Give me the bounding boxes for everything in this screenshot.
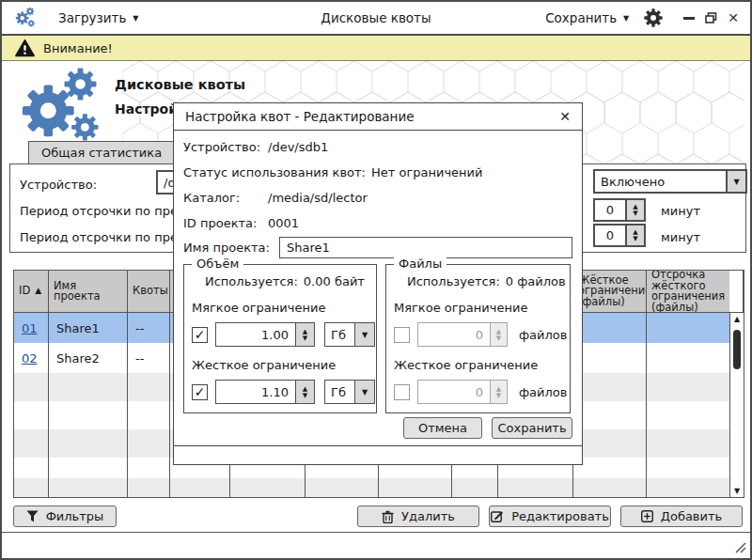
project-name-input[interactable]: Share1 [279, 237, 572, 258]
files-soft-checkbox[interactable] [394, 327, 410, 343]
scroll-down-icon[interactable]: ▼ [730, 487, 744, 495]
volume-soft-unit-select[interactable]: Гб ▼ [324, 322, 375, 347]
device-label: Устройство: [183, 140, 268, 156]
chevron-down-icon: ▼ [133, 14, 138, 23]
volume-soft-spinner[interactable]: 1.00 ▲ ▼ [215, 322, 315, 347]
dialog-titlebar: Настройка квот - Редактирование ✕ [174, 103, 582, 131]
filter-funnel-icon [26, 510, 39, 522]
trash-icon [382, 510, 394, 523]
scroll-up-icon[interactable]: ▲ [730, 315, 744, 323]
spin-buttons[interactable]: ▲ ▼ [627, 198, 646, 222]
warning-text: Внимание! [43, 41, 113, 55]
volume-used: Используется:0.00 байт [205, 274, 368, 289]
spin-down-icon[interactable]: ▼ [303, 393, 307, 398]
column-header-quotas[interactable]: Квоты [128, 271, 170, 312]
device-value: /dev/sdb1 [268, 140, 328, 156]
spin-up-icon: ▲ [496, 386, 501, 392]
top-menubar: Дисковые квоты Загрузить ▼ Сохранить ▼ [2, 2, 750, 36]
table-row-cell: 02 [14, 343, 48, 373]
minimize-button[interactable] [683, 17, 695, 20]
spin-down-icon[interactable]: ▼ [303, 335, 307, 341]
quota-status-value: Нет ограничений [371, 165, 483, 181]
column-header-hard-files[interactable]: Жёсткое ограничение (файлы) [573, 271, 647, 312]
files-hard-label: Жесткое ограничение [394, 358, 562, 373]
volume-group: Объём Используется:0.00 байт Мягкое огра… [183, 264, 377, 413]
vertical-scrollbar[interactable]: ▲ ▼ [729, 313, 744, 497]
project-id-link[interactable]: 02 [22, 351, 38, 366]
restore-button[interactable] [705, 12, 717, 23]
cancel-button[interactable]: Отмена [403, 417, 482, 439]
catalog-value: /media/sd/lector [268, 191, 368, 207]
warning-banner: Внимание! [2, 36, 750, 61]
settings-gear-icon[interactable] [644, 8, 663, 27]
tab-general-statistics[interactable]: Общая статистика [28, 141, 175, 164]
volume-soft-checkbox[interactable]: ✓ [192, 327, 208, 343]
dialog-project-id-row: ID проекта: 0001 [183, 216, 572, 232]
spin-down-icon: ▼ [496, 393, 501, 398]
spin-buttons[interactable]: ▲ ▼ [296, 322, 315, 347]
dialog-footer [174, 445, 582, 464]
project-name-label: Имя проекта: [183, 241, 270, 255]
close-button[interactable]: ✕ [728, 11, 739, 24]
load-menu-label: Загрузить [58, 10, 126, 25]
chevron-down-icon[interactable]: ▼ [726, 171, 745, 192]
files-soft-spinner: 0 ▲ ▼ [417, 322, 508, 347]
column-header-hard-delay-files[interactable]: Отсрочка жёсткого ограничения (файлы) [647, 271, 729, 312]
files-hard-unit: файлов [519, 385, 567, 399]
volume-group-legend: Объём [192, 257, 243, 271]
soft-delay-spinner[interactable]: 0 ▲ ▼ [593, 198, 646, 222]
files-group-legend: Файлы [394, 257, 446, 271]
files-used: Используется:0 файлов [407, 274, 562, 289]
project-quotas-cell[interactable]: -- [128, 343, 169, 373]
plus-icon [641, 510, 653, 522]
volume-hard-checkbox[interactable]: ✓ [192, 384, 208, 400]
spin-up-icon[interactable]: ▲ [303, 329, 307, 334]
warning-triangle-icon [15, 39, 35, 57]
save-menu[interactable]: Сохранить ▼ [545, 10, 629, 25]
chevron-down-icon: ▼ [623, 14, 629, 23]
status-bar [2, 532, 750, 558]
spin-down-icon[interactable]: ▼ [633, 236, 637, 241]
app-window: Дисковые квоты Загрузить ▼ Сохранить ▼ [0, 0, 752, 560]
project-quotas-cell[interactable]: -- [128, 313, 169, 343]
delete-button[interactable]: Удалить [357, 506, 479, 527]
spin-buttons[interactable]: ▲ ▼ [627, 224, 646, 247]
dialog-catalog-row: Каталог: /media/sd/lector [183, 191, 572, 207]
dialog-status-row: Статус использования квот: Нет ограничен… [183, 165, 572, 181]
soft-delay-unit: минут [661, 204, 700, 218]
quota-status-label: Статус использования квот: [183, 165, 366, 181]
quota-status-select[interactable]: Включено ▼ [593, 169, 747, 194]
column-header-id[interactable]: ID ▲ [14, 271, 49, 312]
project-id-label: ID проекта: [183, 216, 268, 232]
sort-asc-icon: ▲ [35, 286, 41, 297]
check-icon: ✓ [195, 384, 206, 399]
spin-buttons: ▲ ▼ [491, 322, 508, 347]
filters-button[interactable]: Фильтры [13, 506, 117, 527]
spin-buttons[interactable]: ▲ ▼ [296, 380, 315, 404]
spin-down-icon: ▼ [496, 335, 501, 341]
spin-up-icon[interactable]: ▲ [303, 386, 307, 392]
hard-delay-spinner[interactable]: 0 ▲ ▼ [593, 224, 646, 247]
project-id-link[interactable]: 01 [22, 321, 38, 335]
chevron-down-icon[interactable]: ▼ [355, 322, 375, 347]
spin-down-icon[interactable]: ▼ [633, 210, 637, 216]
files-hard-checkbox[interactable] [394, 384, 410, 400]
dialog-close-icon[interactable]: ✕ [559, 110, 571, 123]
volume-hard-label: Жесткое ограничение [192, 358, 368, 373]
column-header-name[interactable]: Имя проекта [49, 271, 128, 312]
dialog-device-row: Устройство: /dev/sdb1 [183, 140, 572, 156]
catalog-label: Каталог: [183, 191, 268, 207]
resize-grip[interactable] [732, 539, 746, 553]
volume-hard-unit-select[interactable]: Гб ▼ [324, 380, 375, 404]
header-scrollbar-spacer [729, 271, 744, 312]
save-button[interactable]: Сохранить [492, 417, 572, 439]
volume-hard-spinner[interactable]: 1.10 ▲ ▼ [215, 380, 315, 404]
edit-button[interactable]: Редактировать [489, 506, 611, 527]
project-name-cell[interactable]: Share2 [49, 343, 127, 373]
project-name-cell[interactable]: Share1 [49, 313, 127, 343]
app-logo-gears [17, 64, 103, 143]
scrollbar-thumb[interactable] [733, 330, 741, 369]
load-menu[interactable]: Загрузить ▼ [58, 10, 139, 25]
add-button[interactable]: Добавить [620, 506, 743, 527]
chevron-down-icon[interactable]: ▼ [355, 380, 375, 404]
